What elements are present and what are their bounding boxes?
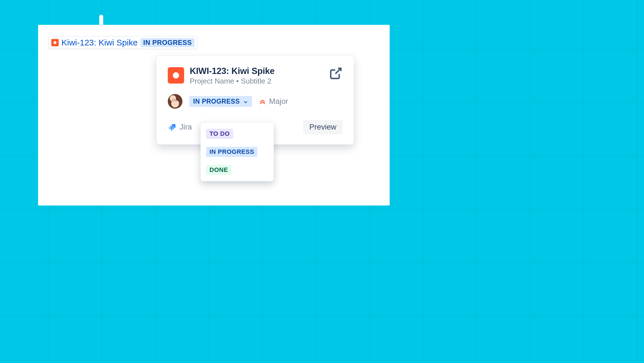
card-titles: KIWI-123: Kiwi Spike Project Name • Subt…	[190, 66, 323, 86]
status-selector[interactable]: IN PROGRESS	[189, 96, 252, 107]
card-header: KIWI-123: Kiwi Spike Project Name • Subt…	[168, 66, 343, 86]
separator-dot: •	[236, 77, 239, 85]
status-option[interactable]: DONE	[206, 165, 231, 175]
card-project: Project Name	[190, 77, 234, 85]
source-app: Jira	[168, 123, 192, 132]
issue-type-icon	[51, 39, 59, 46]
issue-card: KIWI-123: Kiwi Spike Project Name • Subt…	[156, 56, 354, 145]
jira-icon	[168, 123, 176, 132]
status-lozenge: IN PROGRESS	[140, 38, 195, 47]
priority-major-icon	[259, 98, 266, 105]
card-extra-subtitle: Subtitle 2	[241, 77, 271, 85]
source-app-label: Jira	[180, 123, 192, 132]
canvas: Kiwi-123: Kiwi Spike IN PROGRESS KIWI-12…	[38, 25, 390, 205]
smart-link[interactable]: Kiwi-123: Kiwi Spike IN PROGRESS	[48, 36, 198, 49]
status-menu: TO DOIN PROGRESSDONE	[200, 123, 274, 181]
assignee-avatar[interactable]	[168, 94, 182, 109]
status-option[interactable]: IN PROGRESS	[206, 147, 257, 157]
priority-label: Major	[269, 97, 288, 106]
status-option[interactable]: TO DO	[206, 129, 233, 139]
card-meta-row: IN PROGRESS Major	[168, 94, 343, 109]
issue-type-icon	[168, 67, 184, 84]
smart-link-title: Kiwi-123: Kiwi Spike	[61, 38, 138, 48]
status-selector-label: IN PROGRESS	[193, 98, 240, 105]
preview-button[interactable]: Preview	[303, 120, 343, 134]
card-subtitle: Project Name • Subtitle 2	[190, 77, 323, 86]
priority: Major	[259, 97, 288, 106]
card-title: KIWI-123: Kiwi Spike	[190, 66, 323, 76]
chevron-down-icon	[243, 99, 248, 104]
open-external-icon[interactable]	[329, 67, 343, 80]
